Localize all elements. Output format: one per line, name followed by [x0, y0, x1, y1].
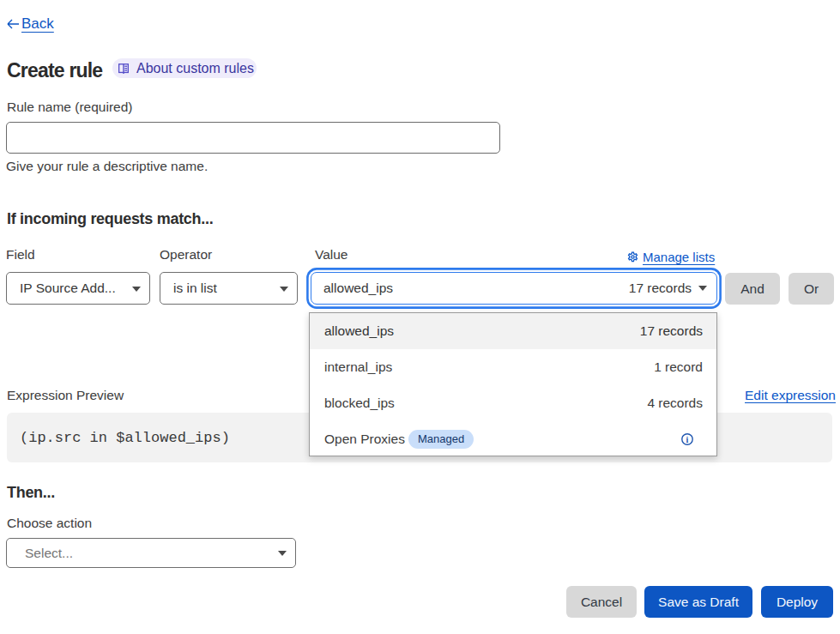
svg-text:i: i [686, 435, 689, 444]
